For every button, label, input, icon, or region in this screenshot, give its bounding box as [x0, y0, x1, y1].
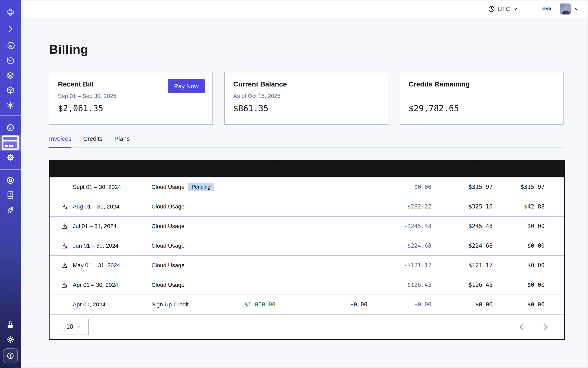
invoice-type: Cloud Usage — [152, 282, 184, 288]
invoice-type-cell: Cloud Usage — [152, 243, 239, 249]
invoice-type-cell: Cloud Usage — [152, 282, 239, 288]
book-sparkle-icon[interactable] — [0, 188, 21, 202]
tab-plans[interactable]: Plans — [114, 135, 130, 148]
credit-purchase-value: $0.00 — [275, 301, 367, 308]
credit-usage-value: -$224.68 — [367, 242, 431, 249]
rocket-icon[interactable] — [0, 203, 21, 217]
balance-due-value: $42.88 — [493, 203, 564, 210]
col-type: Type — [152, 166, 239, 172]
invoice-date: Sept 01 – 30, 2024 — [73, 184, 121, 190]
download-slot — [61, 301, 68, 308]
col-date: Date (UTC) — [50, 166, 152, 172]
balance-due-value: $0.00 — [493, 262, 564, 269]
arrow-left-icon — [518, 322, 527, 331]
invoices-table: Date (UTC) Type Credit Granted Credit Pu… — [49, 160, 565, 340]
col-balance-due: Balance Due — [493, 166, 564, 172]
billing-tabs: Invoices Credits Plans — [49, 135, 565, 147]
invoice-date: Jul 01 – 31, 2024 — [73, 223, 117, 230]
tab-invoices[interactable]: Invoices — [49, 135, 71, 148]
sidebar-item-billing[interactable] — [0, 135, 21, 151]
summary-cards: Recent Bill Sep 01 – Sep 30, 2025 $2,061… — [49, 72, 565, 125]
clock-icon — [488, 6, 495, 12]
user-menu-chevron-icon[interactable] — [574, 6, 579, 12]
chevron-right-icon[interactable] — [0, 22, 21, 36]
card-subtitle: As of Oct 15, 2025 — [233, 93, 280, 99]
download-invoice-button[interactable] — [61, 262, 68, 269]
balance-due-value: $0.00 — [493, 242, 564, 249]
col-credit-purchase: Credit Purchase Amount — [275, 166, 367, 172]
card-title: Credits Remaining — [408, 80, 470, 88]
tab-credits[interactable]: Credits — [83, 135, 103, 148]
download-icon — [61, 203, 68, 210]
table-header: Date (UTC) Type Credit Granted Credit Pu… — [50, 161, 564, 177]
card-amount: $861.35 — [233, 103, 269, 113]
flask-icon[interactable] — [0, 317, 21, 332]
balance-due-value: $0.00 — [493, 223, 564, 230]
download-slot — [61, 183, 68, 191]
card-amount: $2,061.35 — [58, 103, 103, 113]
invoice-type-cell: Cloud Usage — [152, 203, 239, 210]
helm-icon[interactable] — [0, 173, 21, 188]
subtotal-value: $121.17 — [431, 262, 493, 269]
timer-icon[interactable] — [0, 54, 21, 68]
invoice-date-cell: Apr 01 – 30, 2024 — [50, 281, 152, 289]
invoice-date: Apr 01, 2024 — [73, 301, 105, 308]
credit-usage-value: -$245.48 — [367, 223, 431, 230]
invoice-date: May 01 – 31, 2024 — [73, 262, 120, 269]
invoice-type: Cloud Usage — [152, 223, 184, 230]
download-icon — [61, 262, 68, 269]
invoice-date: Apr 01 – 30, 2024 — [73, 282, 118, 288]
table-row: Apr 01 – 30, 2024 Cloud Usage -$126.45 $… — [50, 275, 564, 294]
asterisk-icon[interactable] — [0, 98, 21, 113]
next-page-button[interactable] — [540, 322, 549, 331]
invoice-date: Jun 01 – 30, 2024 — [73, 243, 118, 249]
current-balance-card: Current Balance As of Oct 15, 2025 $861.… — [224, 72, 388, 125]
credit-usage-value: -$121.17 — [367, 262, 431, 269]
invoice-type-cell: Cloud Usage — [152, 223, 239, 230]
invoice-type: Cloud Usage — [152, 184, 184, 190]
invoice-date-cell: Aug 01 – 31, 2024 — [50, 203, 152, 210]
invoice-type-cell: Cloud Usage — [152, 262, 239, 269]
table-row: Apr 01, 2024 Sign Up Credit $1,000.00 $0… — [50, 294, 564, 314]
avatar[interactable] — [560, 3, 571, 15]
recent-bill-card: Recent Bill Sep 01 – Sep 30, 2025 $2,061… — [49, 72, 213, 125]
pay-now-button[interactable]: Pay Now — [168, 79, 205, 93]
download-invoice-button[interactable] — [61, 222, 68, 230]
subtotal-value: $0.00 — [431, 301, 493, 308]
dollar-badge-button[interactable]: $ — [3, 349, 18, 363]
cube-icon[interactable] — [0, 83, 21, 98]
table-row: Jul 01 – 31, 2024 Cloud Usage -$245.48 $… — [50, 216, 564, 236]
col-credit-usage: Credit Usage — [367, 166, 431, 172]
orbit-logo-icon[interactable] — [0, 5, 21, 19]
invoice-type-cell: Sign Up Credit — [152, 301, 239, 308]
download-invoice-button[interactable] — [61, 281, 68, 289]
col-subtotal: Subtotal — [431, 166, 493, 172]
col-credit-granted: Credit Granted — [239, 162, 275, 175]
subtotal-value: $224.68 — [431, 242, 493, 249]
svg-text:$: $ — [9, 353, 12, 358]
layers-icon[interactable] — [0, 68, 21, 83]
table-row: May 01 – 31, 2024 Cloud Usage -$121.17 $… — [50, 255, 564, 275]
download-icon — [61, 223, 68, 230]
card-title: Recent Bill — [58, 80, 94, 88]
download-invoice-button[interactable] — [61, 203, 68, 210]
prev-page-button[interactable] — [518, 322, 527, 331]
invoice-type: Sign Up Credit — [152, 301, 189, 308]
page-size-select[interactable]: 10 — [59, 319, 89, 335]
credits-remaining-card: Credits Remaining $29,782.65 — [400, 72, 563, 125]
glasses-icon[interactable] — [542, 6, 551, 12]
invoice-date-cell: May 01 – 31, 2024 — [50, 262, 152, 269]
spiral-icon[interactable] — [0, 38, 21, 53]
invoice-date-cell: Apr 01, 2024 — [50, 301, 152, 308]
gear-icon[interactable] — [0, 150, 21, 165]
chevron-down-icon — [513, 6, 518, 12]
invoice-type-cell: Cloud Usage Pending — [152, 183, 239, 191]
sidebar-divider — [0, 115, 21, 116]
sun-icon[interactable] — [0, 332, 21, 347]
sidebar: $ — [0, 0, 21, 368]
status-badge: Pending — [188, 183, 214, 191]
card-amount: $29,782.65 — [408, 103, 459, 113]
timezone-selector[interactable]: UTC — [488, 6, 518, 12]
download-invoice-button[interactable] — [61, 242, 68, 249]
invoice-date: Aug 01 – 31, 2024 — [73, 203, 119, 210]
